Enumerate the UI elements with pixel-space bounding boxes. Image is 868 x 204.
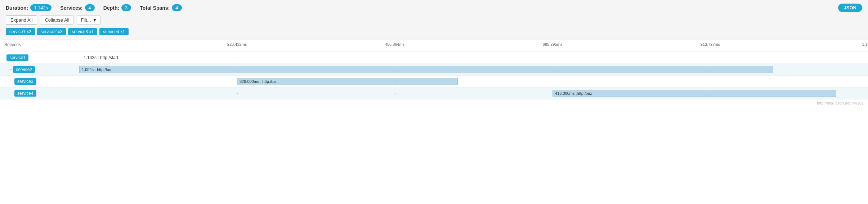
timeline-dot: · <box>395 91 396 96</box>
total-spans-badge: 4 <box>172 4 182 11</box>
service-label: service3 <box>14 78 36 85</box>
timeline-dot: · <box>552 67 554 72</box>
toggle-icon[interactable]: − <box>3 56 5 60</box>
collapse-all-button[interactable]: Collapse All <box>40 15 74 25</box>
timeline-dot: · <box>552 55 554 60</box>
table-row: service3·328.000ms : http:/bar···· <box>0 76 868 88</box>
span-cell: 1.142s : http:/start···· <box>79 52 868 63</box>
timeline-dot: · <box>237 79 238 84</box>
watermark: http://blog.csdn.net/hry201 <box>0 99 868 107</box>
toggle-icon[interactable]: − <box>9 67 12 72</box>
span-bar: 328.000ms : http:/bar <box>237 78 458 85</box>
timeline-dot: · <box>710 79 711 84</box>
total-spans-label: Total Spans: <box>140 5 170 11</box>
timeline-dot: · <box>395 67 396 72</box>
tick-label: 228.432ms <box>227 42 247 46</box>
span-bar: 1.004s : http:/foo <box>79 66 773 73</box>
services-badge: 4 <box>85 4 95 11</box>
depth-stat: Depth: 3 <box>103 4 131 11</box>
timeline-dot: · <box>710 55 711 60</box>
service-tags: service1 x2service2 x3service3 x1service… <box>6 28 862 35</box>
duration-badge: 1.142s <box>30 4 52 11</box>
depth-label: Depth: <box>103 5 119 11</box>
tick-label: 685.295ms <box>543 42 562 46</box>
service-label: service1 <box>6 54 28 61</box>
header-controls: Expand All Collapse All Filt... ▼ <box>6 15 862 25</box>
tick-label: 1.142s <box>862 42 868 46</box>
tick-label: 456.864ms <box>385 42 404 46</box>
span-cell: ·1.004s : http:/foo···· <box>79 64 868 75</box>
json-button[interactable]: JSON <box>838 4 862 12</box>
timeline-dot: · <box>237 91 238 96</box>
trace-rows: − service11.142s : http:/start····− serv… <box>0 52 868 99</box>
table-row: − service11.142s : http:/start···· <box>0 52 868 64</box>
header-bar: Duration: 1.142s Services: 4 Depth: 3 To… <box>0 0 868 40</box>
service-label: service4 <box>14 90 36 97</box>
filter-dropdown[interactable]: Filt... ▼ <box>77 15 101 25</box>
service-cell: service3 <box>0 77 79 86</box>
tick-label: 913.727ms <box>701 42 720 46</box>
service-cell: − service2 <box>0 65 79 74</box>
filter-label: Filt... <box>81 17 91 23</box>
timeline-dot: · <box>710 67 711 72</box>
duration-stat: Duration: 1.142s <box>6 4 52 11</box>
timeline-dot: · <box>710 91 711 96</box>
services-stat: Services: 4 <box>60 4 95 11</box>
timeline-dot: · <box>395 79 396 84</box>
timeline-dot: · <box>395 55 396 60</box>
table-row: − service2·1.004s : http:/foo···· <box>0 64 868 76</box>
service-tag[interactable]: service2 x3 <box>37 28 66 35</box>
total-spans-stat: Total Spans: 4 <box>140 4 182 11</box>
timeline-dot: · <box>237 55 238 60</box>
span-cell: ·416.000ms :http:/baz···· <box>79 88 868 99</box>
span-label: 1.142s : http:/start <box>84 55 118 60</box>
chevron-down-icon: ▼ <box>93 17 97 23</box>
dot-marker: · <box>79 79 81 84</box>
timeline-ticks-header: 228.432ms456.864ms685.295ms913.727ms1.14… <box>79 42 868 49</box>
services-label: Services: <box>60 5 82 11</box>
timeline-dot: · <box>237 67 238 72</box>
depth-badge: 3 <box>121 4 131 11</box>
duration-label: Duration: <box>6 5 28 11</box>
timeline-dot: · <box>552 79 554 84</box>
span-cell: ·328.000ms : http:/bar···· <box>79 76 868 87</box>
service-tag[interactable]: service4 x1 <box>99 28 129 35</box>
timeline-header: Services 228.432ms456.864ms685.295ms913.… <box>0 40 868 52</box>
span-bar: 416.000ms :http:/baz <box>552 90 836 97</box>
service-tag[interactable]: service1 x2 <box>6 28 35 35</box>
service-label: service2 <box>13 66 35 73</box>
expand-all-button[interactable]: Expand All <box>6 15 37 25</box>
header-stats: Duration: 1.142s Services: 4 Depth: 3 To… <box>6 4 862 12</box>
services-column-header: Services <box>0 42 79 49</box>
service-tag[interactable]: service3 x1 <box>68 28 97 35</box>
timeline-container: Services 228.432ms456.864ms685.295ms913.… <box>0 40 868 107</box>
service-cell: − service1 <box>0 53 79 62</box>
service-cell: service4 <box>0 89 79 98</box>
timeline-dot: · <box>552 91 554 96</box>
dot-marker: · <box>79 90 81 96</box>
table-row: service4·416.000ms :http:/baz···· <box>0 88 868 99</box>
